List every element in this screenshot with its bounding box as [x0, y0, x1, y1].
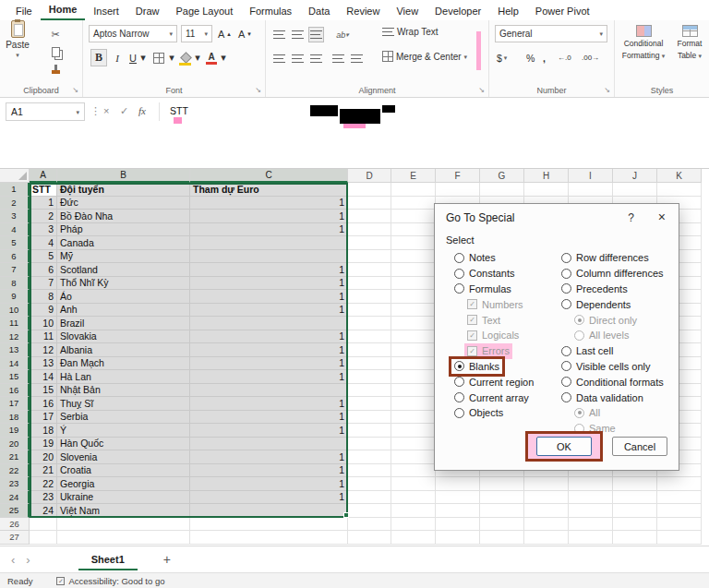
radio-row-differences[interactable] [561, 253, 571, 263]
grid-cell[interactable] [30, 531, 57, 545]
clipboard-dialog-launcher[interactable]: ↘ [72, 87, 78, 94]
tab-insert[interactable]: Insert [85, 2, 127, 20]
grid-cell[interactable] [391, 384, 436, 398]
grid-cell[interactable] [190, 531, 348, 545]
column-header-c[interactable]: C [190, 169, 348, 183]
ok-button[interactable]: OK [536, 437, 592, 456]
grid-cell[interactable] [569, 477, 613, 491]
sheet-tab-sheet1[interactable]: Sheet1 [78, 549, 138, 570]
grid-cell[interactable] [436, 491, 480, 505]
column-header-e[interactable]: E [391, 169, 436, 183]
grid-cell[interactable] [613, 504, 657, 518]
bold-button[interactable]: B [90, 49, 107, 66]
grid-cell[interactable]: Việt Nam [57, 504, 190, 518]
comma-style-button[interactable]: , [543, 49, 546, 66]
tab-view[interactable]: View [388, 2, 427, 20]
grid-cell[interactable] [613, 183, 657, 197]
grid-cell[interactable]: Ý [57, 424, 190, 438]
grid-cell[interactable]: 1 [190, 397, 348, 411]
grid-cell[interactable] [391, 531, 436, 545]
radio-last-cell[interactable] [561, 346, 571, 356]
grid-cell[interactable] [657, 491, 702, 505]
grid-cell[interactable] [190, 250, 348, 264]
next-sheet-icon[interactable]: › [26, 553, 30, 567]
align-left-button[interactable] [271, 51, 287, 66]
grid-cell[interactable] [391, 491, 436, 505]
accounting-format-button[interactable]: $▾ [497, 49, 507, 66]
row-header-26[interactable]: 26 [0, 518, 30, 532]
confirm-entry-icon[interactable]: ✓ [120, 105, 128, 117]
grid-cell[interactable]: Canada [57, 236, 190, 250]
grid-cell[interactable]: Thổ Nhĩ Kỳ [57, 277, 190, 291]
grid-cell[interactable] [391, 504, 436, 518]
grid-cell[interactable]: 1 [190, 370, 348, 384]
row-header-12[interactable]: 12 [0, 330, 30, 344]
format-painter-button[interactable] [48, 65, 63, 78]
grid-cell[interactable]: 11 [30, 330, 57, 344]
grid-cell[interactable] [391, 330, 436, 344]
borders-button[interactable] [153, 49, 164, 66]
close-icon[interactable]: × [658, 210, 666, 224]
decrease-decimal-button[interactable]: .00→ [582, 49, 599, 66]
fill-handle[interactable] [343, 512, 349, 518]
grid-cell[interactable]: 7 [30, 277, 57, 291]
increase-decimal-button[interactable]: ←.0 [558, 49, 571, 66]
grid-cell[interactable] [613, 518, 657, 532]
grid-cell[interactable] [391, 290, 436, 304]
grid-cell[interactable] [480, 518, 524, 532]
grid-cell[interactable] [391, 304, 436, 318]
radio-objects[interactable] [454, 408, 464, 418]
grid-cell[interactable] [348, 397, 391, 411]
grid-cell[interactable] [613, 491, 657, 505]
grid-cell[interactable]: 15 [30, 384, 57, 398]
grid-cell[interactable] [480, 491, 524, 505]
grid-cell[interactable]: 1 [190, 357, 348, 371]
row-header-4[interactable]: 4 [0, 223, 30, 237]
grid-cell[interactable] [190, 438, 348, 451]
grid-cell[interactable]: 23 [30, 491, 57, 505]
grid-cell[interactable] [348, 263, 391, 277]
help-icon[interactable]: ? [628, 211, 634, 224]
grid-cell[interactable] [657, 531, 702, 545]
grid-cell[interactable]: 5 [30, 250, 57, 264]
grid-cell[interactable] [190, 384, 348, 398]
row-header-3[interactable]: 3 [0, 210, 30, 223]
row-header-19[interactable]: 19 [0, 424, 30, 438]
grid-cell[interactable]: 3 [30, 223, 57, 237]
name-box[interactable]: A1 ▾ [6, 102, 85, 121]
radio-blanks[interactable] [454, 361, 464, 371]
grid-cell[interactable] [391, 370, 436, 384]
tab-review[interactable]: Review [338, 2, 388, 20]
grid-cell[interactable]: Slovenia [57, 450, 190, 464]
grid-cell[interactable]: 1 [190, 223, 348, 237]
row-header-22[interactable]: 22 [0, 464, 30, 478]
column-header-j[interactable]: J [613, 169, 657, 183]
grid-cell[interactable] [348, 250, 391, 264]
grid-cell[interactable] [613, 477, 657, 491]
grid-cell[interactable] [348, 183, 391, 197]
grid-cell[interactable] [348, 411, 391, 425]
grid-cell[interactable] [569, 491, 613, 505]
row-header-8[interactable]: 8 [0, 277, 30, 291]
grid-cell[interactable] [391, 317, 436, 330]
grid-cell[interactable] [348, 197, 391, 210]
option-constants[interactable]: Constants [451, 266, 518, 282]
grid-cell[interactable]: 18 [30, 424, 57, 438]
chevron-down-icon[interactable]: ▾ [76, 109, 79, 115]
grid-cell[interactable] [613, 531, 657, 545]
number-format-combo[interactable]: General ▾ [495, 25, 607, 42]
row-header-17[interactable]: 17 [0, 397, 30, 411]
radio-dependents[interactable] [561, 299, 571, 309]
tab-page-layout[interactable]: Page Layout [167, 2, 241, 20]
radio-current-array[interactable] [454, 392, 464, 402]
grid-cell[interactable] [480, 183, 524, 197]
grid-cell[interactable]: 12 [30, 343, 57, 357]
chevron-down-icon[interactable]: ▾ [16, 52, 19, 58]
radio-conditional-formats[interactable] [561, 377, 571, 387]
option-visible-cells-only[interactable]: Visible cells only [559, 359, 654, 375]
grid-cell[interactable] [480, 477, 524, 491]
grid-cell[interactable] [436, 531, 480, 545]
conditional-formatting-button[interactable]: Conditional Formatting ▾ [617, 25, 670, 60]
grid-cell[interactable] [348, 477, 391, 491]
tab-developer[interactable]: Developer [427, 2, 489, 20]
